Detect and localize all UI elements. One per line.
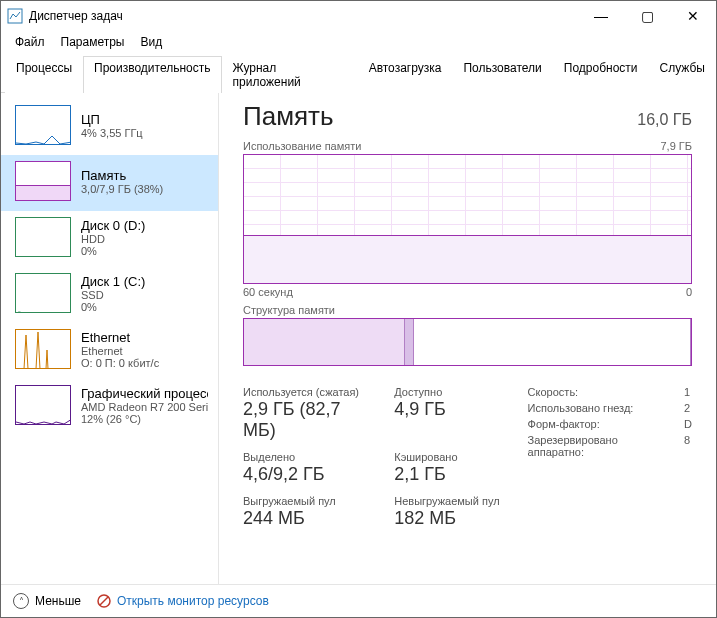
sidebar-item-label: Графический процессор bbox=[81, 386, 208, 401]
stats-left: Используется (сжатая) 2,9 ГБ (82,7 МБ) Д… bbox=[243, 386, 500, 529]
fewer-details-label: Меньше bbox=[35, 594, 81, 608]
close-button[interactable]: ✕ bbox=[670, 1, 716, 31]
sidebar-item-sub: HDD bbox=[81, 233, 145, 245]
stat-block: Используется (сжатая) 2,9 ГБ (82,7 МБ) bbox=[243, 386, 370, 441]
sidebar-item-label: Ethernet bbox=[81, 330, 159, 345]
app-icon bbox=[7, 8, 23, 24]
tab-startup[interactable]: Автозагрузка bbox=[358, 56, 453, 93]
main-panel: Память 16,0 ГБ Использование памяти 7,9 … bbox=[219, 93, 716, 584]
tab-processes[interactable]: Процессы bbox=[5, 56, 83, 93]
cpu-chart-thumbnail bbox=[15, 105, 71, 145]
sidebar-item-sub2: 12% (26 °C) bbox=[81, 413, 208, 425]
usage-chart-label: Использование памяти bbox=[243, 140, 361, 152]
menu-view[interactable]: Вид bbox=[134, 33, 168, 51]
composition-segment-modified bbox=[405, 319, 414, 365]
menu-options[interactable]: Параметры bbox=[55, 33, 131, 51]
composition-segment-used bbox=[244, 319, 405, 365]
fewer-details-button[interactable]: ˄ Меньше bbox=[13, 593, 81, 609]
window-controls: — ▢ ✕ bbox=[578, 1, 716, 31]
sidebar-item-label: Память bbox=[81, 168, 163, 183]
stat-block: Невыгружаемый пул 182 МБ bbox=[394, 495, 499, 529]
stat-label: Выгружаемый пул bbox=[243, 495, 370, 507]
stat-label: Форм-фактор: bbox=[528, 418, 672, 430]
sidebar-item-sub: AMD Radeon R7 200 Series bbox=[81, 401, 208, 413]
tab-services[interactable]: Службы bbox=[649, 56, 716, 93]
ethernet-chart-thumbnail bbox=[15, 329, 71, 369]
stat-value: 2,9 ГБ (82,7 МБ) bbox=[243, 399, 370, 441]
disk-chart-thumbnail bbox=[15, 217, 71, 257]
stat-label: Кэшировано bbox=[394, 451, 499, 463]
menu-file[interactable]: Файл bbox=[9, 33, 51, 51]
stat-value: D bbox=[684, 418, 692, 430]
memory-total: 16,0 ГБ bbox=[637, 111, 692, 129]
disk-chart-thumbnail bbox=[15, 273, 71, 313]
sidebar-item-label: Диск 1 (C:) bbox=[81, 274, 145, 289]
composition-chart-label: Структура памяти bbox=[243, 304, 335, 316]
maximize-button[interactable]: ▢ bbox=[624, 1, 670, 31]
stat-label: Использовано гнезд: bbox=[528, 402, 672, 414]
stat-value: 182 МБ bbox=[394, 508, 499, 529]
stat-label: Невыгружаемый пул bbox=[394, 495, 499, 507]
stat-label: Доступно bbox=[394, 386, 499, 398]
sidebar-item-sub: 4% 3,55 ГГц bbox=[81, 127, 143, 139]
chevron-up-icon: ˄ bbox=[13, 593, 29, 609]
tab-details[interactable]: Подробности bbox=[553, 56, 649, 93]
sidebar-item-ethernet[interactable]: Ethernet Ethernet О: 0 П: 0 кбит/с bbox=[1, 323, 218, 379]
minimize-button[interactable]: — bbox=[578, 1, 624, 31]
sidebar-item-sub2: 0% bbox=[81, 245, 145, 257]
memory-composition-chart[interactable] bbox=[243, 318, 692, 366]
sidebar-item-sub2: 0% bbox=[81, 301, 145, 313]
gpu-chart-thumbnail bbox=[15, 385, 71, 425]
titlebar: Диспетчер задач — ▢ ✕ bbox=[1, 1, 716, 31]
sidebar-item-label: Диск 0 (D:) bbox=[81, 218, 145, 233]
sidebar-item-disk0[interactable]: Диск 0 (D:) HDD 0% bbox=[1, 211, 218, 267]
stat-block: Выделено 4,6/9,2 ГБ bbox=[243, 451, 370, 485]
stat-value: 4,6/9,2 ГБ bbox=[243, 464, 370, 485]
stat-label: Используется (сжатая) bbox=[243, 386, 370, 398]
stat-block: Доступно 4,9 ГБ bbox=[394, 386, 499, 441]
tabbar: Процессы Производительность Журнал прило… bbox=[1, 55, 716, 93]
performance-sidebar: ЦП 4% 3,55 ГГц Память 3,0/7,9 ГБ (38%) Д… bbox=[1, 93, 219, 584]
stat-value: 8 bbox=[684, 434, 692, 458]
chart-axis-right: 0 bbox=[686, 286, 692, 298]
stat-label: Зарезервировано аппаратно: bbox=[528, 434, 672, 458]
stat-block: Выгружаемый пул 244 МБ bbox=[243, 495, 370, 529]
memory-chart-thumbnail bbox=[15, 161, 71, 201]
tab-users[interactable]: Пользователи bbox=[452, 56, 552, 93]
svg-line-2 bbox=[100, 597, 108, 605]
stat-value: 2,1 ГБ bbox=[394, 464, 499, 485]
task-manager-window: Диспетчер задач — ▢ ✕ Файл Параметры Вид… bbox=[0, 0, 717, 618]
stat-value: 244 МБ bbox=[243, 508, 370, 529]
menubar: Файл Параметры Вид bbox=[1, 31, 716, 55]
footer: ˄ Меньше Открыть монитор ресурсов bbox=[1, 584, 716, 617]
open-resource-monitor-link[interactable]: Открыть монитор ресурсов bbox=[97, 594, 269, 608]
sidebar-item-sub2: О: 0 П: 0 кбит/с bbox=[81, 357, 159, 369]
sidebar-item-memory[interactable]: Память 3,0/7,9 ГБ (38%) bbox=[1, 155, 218, 211]
tab-performance[interactable]: Производительность bbox=[83, 56, 221, 93]
sidebar-item-cpu[interactable]: ЦП 4% 3,55 ГГц bbox=[1, 99, 218, 155]
memory-usage-chart[interactable] bbox=[243, 154, 692, 284]
composition-segment-free bbox=[414, 319, 691, 365]
stat-label: Скорость: bbox=[528, 386, 672, 398]
stat-label: Выделено bbox=[243, 451, 370, 463]
usage-chart-max: 7,9 ГБ bbox=[660, 140, 692, 152]
stat-value: 2 bbox=[684, 402, 692, 414]
window-title: Диспетчер задач bbox=[29, 9, 123, 23]
stat-value: 1 bbox=[684, 386, 692, 398]
memory-stats: Используется (сжатая) 2,9 ГБ (82,7 МБ) Д… bbox=[243, 386, 692, 529]
stat-block: Кэшировано 2,1 ГБ bbox=[394, 451, 499, 485]
stat-value: 4,9 ГБ bbox=[394, 399, 499, 420]
sidebar-item-label: ЦП bbox=[81, 112, 143, 127]
sidebar-item-sub: Ethernet bbox=[81, 345, 159, 357]
open-resource-monitor-label: Открыть монитор ресурсов bbox=[117, 594, 269, 608]
sidebar-item-sub: SSD bbox=[81, 289, 145, 301]
sidebar-item-disk1[interactable]: Диск 1 (C:) SSD 0% bbox=[1, 267, 218, 323]
page-title: Память bbox=[243, 101, 334, 132]
body: ЦП 4% 3,55 ГГц Память 3,0/7,9 ГБ (38%) Д… bbox=[1, 93, 716, 584]
tab-app-history[interactable]: Журнал приложений bbox=[222, 56, 358, 93]
chart-axis-left: 60 секунд bbox=[243, 286, 293, 298]
stats-right: Скорость: 1 Использовано гнезд: 2 Форм-ф… bbox=[528, 386, 692, 529]
sidebar-item-gpu[interactable]: Графический процессор AMD Radeon R7 200 … bbox=[1, 379, 218, 435]
sidebar-item-sub: 3,0/7,9 ГБ (38%) bbox=[81, 183, 163, 195]
resource-monitor-icon bbox=[97, 594, 111, 608]
